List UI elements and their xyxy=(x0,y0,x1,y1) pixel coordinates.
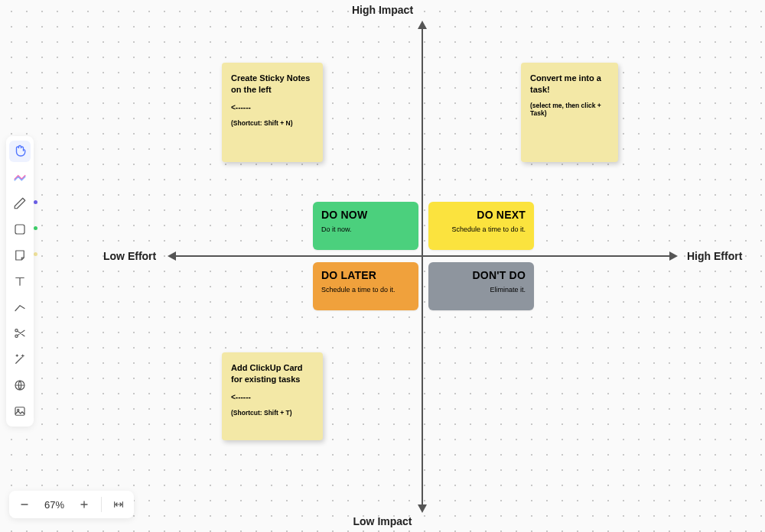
arrow-up-icon xyxy=(418,21,427,29)
globe-icon xyxy=(13,378,27,392)
sticky-note[interactable]: Convert me into a task! (select me, then… xyxy=(521,63,618,162)
quadrant-dont-do[interactable]: DON'T DO Eliminate it. xyxy=(428,262,534,310)
sticky-sub: (Shortcut: Shift + T) xyxy=(231,409,314,417)
note-color-dot xyxy=(34,252,37,256)
note-icon xyxy=(13,248,27,262)
shape-color-dot xyxy=(34,226,37,230)
shape-tool[interactable] xyxy=(9,219,31,240)
pen-color-dot xyxy=(34,200,37,204)
text-icon xyxy=(13,274,27,288)
magic-tool[interactable] xyxy=(9,349,31,370)
scissors-tool[interactable] xyxy=(9,323,31,344)
sticky-sub: (select me, then click + Task) xyxy=(530,102,609,117)
fit-to-screen-button[interactable] xyxy=(108,494,129,515)
separator xyxy=(101,497,102,512)
arrow-down-icon xyxy=(418,504,427,513)
axis-label-bottom: Low Impact xyxy=(353,515,412,527)
sticky-sub: (Shortcut: Shift + N) xyxy=(231,119,314,127)
zoom-level[interactable]: 67% xyxy=(38,499,70,511)
arrow-right-icon xyxy=(669,251,678,261)
hand-icon xyxy=(13,144,27,158)
pen-icon xyxy=(13,196,27,210)
image-tool[interactable] xyxy=(9,401,31,422)
zoom-controls: 67% xyxy=(9,491,134,518)
quadrant-do-next[interactable]: DO NEXT Schedule a time to do it. xyxy=(428,202,534,250)
magic-icon xyxy=(13,352,27,366)
minus-icon xyxy=(18,498,31,511)
toolbar xyxy=(6,136,34,427)
axis-label-right: High Effort xyxy=(687,250,742,262)
scissors-icon xyxy=(13,326,27,340)
line-tool[interactable] xyxy=(9,297,31,318)
quadrant-title: DO NOW xyxy=(321,209,410,221)
zigzag-icon xyxy=(13,170,27,184)
pen-tool[interactable] xyxy=(9,193,31,214)
image-icon xyxy=(13,404,27,418)
svg-rect-0 xyxy=(15,225,24,234)
quadrant-sub: Do it now. xyxy=(321,225,410,233)
axis-label-top: High Impact xyxy=(352,4,413,16)
axis-label-left: Low Effort xyxy=(103,250,156,262)
quadrant-sub: Schedule a time to do it. xyxy=(321,286,410,294)
sticky-note[interactable]: Add ClickUp Card for existing tasks <---… xyxy=(222,352,323,440)
note-tool[interactable] xyxy=(9,245,31,266)
quadrant-sub: Schedule a time to do it. xyxy=(437,225,526,233)
sticky-arrow: <------ xyxy=(231,393,314,401)
sticky-note[interactable]: Create Sticky Notes on the left <------ … xyxy=(222,63,323,162)
shape-icon xyxy=(13,222,27,236)
svg-point-5 xyxy=(18,409,19,410)
quadrant-title: DO NEXT xyxy=(437,209,526,221)
quadrant-title: DO LATER xyxy=(321,269,410,281)
zoom-in-button[interactable] xyxy=(73,494,95,515)
sticky-title: Add ClickUp Card for existing tasks xyxy=(231,362,314,385)
quadrant-do-now[interactable]: DO NOW Do it now. xyxy=(313,202,418,250)
hand-tool[interactable] xyxy=(9,141,31,162)
line-icon xyxy=(13,300,27,314)
quadrant-title: DON'T DO xyxy=(437,269,526,281)
quadrant-sub: Eliminate it. xyxy=(437,286,526,294)
sticky-title: Convert me into a task! xyxy=(530,73,609,96)
zoom-out-button[interactable] xyxy=(14,494,35,515)
sticky-title: Create Sticky Notes on the left xyxy=(231,73,314,96)
globe-tool[interactable] xyxy=(9,375,31,396)
vertical-axis xyxy=(422,28,423,506)
plus-icon xyxy=(78,498,90,511)
zigzag-tool[interactable] xyxy=(9,167,31,188)
arrow-left-icon xyxy=(168,251,176,261)
svg-rect-4 xyxy=(15,407,24,416)
text-tool[interactable] xyxy=(9,271,31,292)
quadrant-do-later[interactable]: DO LATER Schedule a time to do it. xyxy=(313,262,418,310)
sticky-arrow: <------ xyxy=(231,103,314,112)
fit-width-icon xyxy=(112,498,125,511)
